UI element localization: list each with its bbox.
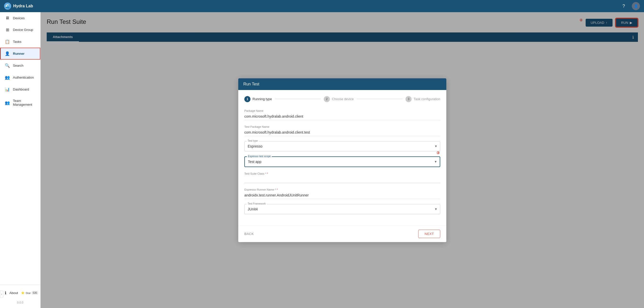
sidebar-item-devices[interactable]: 🖥 Devices [0,12,40,24]
dialog-header: Run Test [238,78,446,90]
step-1-circle: 1 [244,96,250,102]
sidebar-version: 0.0.0 [0,299,40,306]
test-framework-label: Test Framework [247,202,267,205]
sidebar-item-search[interactable]: 🔍 Search [0,60,40,71]
package-name-value: com.microsoft.hydralab.android.client [244,113,440,120]
star-icon: ⭐ [21,291,25,295]
dashboard-icon: 📊 [5,87,10,92]
espresso-scope-select-wrapper[interactable]: Espresso test scope Test app ▼ ③ [244,156,440,167]
device-group-icon: ⊞ [5,27,10,32]
sidebar-bottom: ℹ About ⭐ Star 535 0.0.0 [0,285,40,308]
test-package-name-label: Test Package Name [244,125,440,128]
test-type-field: Test type Espresso ▼ [244,141,440,151]
step-3-circle: 3 [405,96,412,102]
stepper: 1 Running type 2 Choose device [244,96,440,102]
espresso-runner-label: Espresso Runner Name * [244,188,440,191]
sidebar-item-label: Runner [13,52,25,56]
espresso-runner-field: Espresso Runner Name * androidx.test.run… [244,188,440,199]
back-button[interactable]: BACK [244,232,254,236]
sidebar-item-label: About [9,291,18,295]
espresso-scope-arrow: ▼ [434,160,437,164]
package-name-label: Package Name [244,109,440,112]
step-2: 2 Choose device [324,96,354,102]
test-suite-class-field: Test Suite Class * [244,172,440,183]
sidebar-item-about[interactable]: ℹ About ⭐ Star 535 [0,287,40,299]
step-2-label: Choose device [332,97,354,101]
step-3-label: Task configuration [414,97,440,101]
sidebar-item-label: Devices [13,16,25,20]
sidebar-item-tasks[interactable]: 📋 Tasks [0,36,40,48]
step-line-2 [357,99,402,99]
step-3-num: 3 [408,97,410,101]
sidebar-item-label: Team Management [13,99,36,106]
step-1-label: Running type [252,97,272,101]
test-framework-arrow: ▼ [434,207,437,211]
sidebar-collapse-button[interactable]: ‹ [0,291,3,298]
modal-overlay: Run Test 1 Running type 2 [41,12,644,308]
next-button[interactable]: NEXT [418,230,440,238]
annotation-3: ③ [436,151,440,155]
espresso-scope-value: Test app [248,160,261,164]
sidebar-item-runner[interactable]: 👤 Runner [0,48,40,60]
test-framework-field: Test Framework JUnit4 ▼ [244,204,440,214]
sidebar-item-authentication[interactable]: 👥 Authentication [0,71,40,83]
sidebar-item-label: Search [13,64,23,67]
authentication-icon: 👥 [5,75,10,80]
step-1-num: 1 [247,97,248,101]
sidebar-item-device-group[interactable]: ⊞ Device Group [0,24,40,36]
main-content: Run Test Suite ② UPLOAD ↑ RUN ▶ Attachme… [41,12,644,308]
star-label: Star [26,292,31,295]
runner-icon: 👤 [5,51,10,56]
step-3: 3 Task configuration [405,96,440,102]
sidebar-item-label: Device Group [13,28,33,32]
step-2-num: 2 [326,97,328,101]
tasks-icon: 📋 [5,39,10,44]
sidebar-item-team-management[interactable]: 👥 Team Management [0,95,40,110]
brand-icon: 🌊 [4,3,11,10]
test-package-name-value: com.microsoft.hydralab.android.client.te… [244,129,440,136]
sidebar: 🖥 Devices ⊞ Device Group 📋 Tasks 👤 Runne… [0,12,41,308]
test-framework-value: JUnit4 [248,207,258,211]
test-package-name-field: Test Package Name com.microsoft.hydralab… [244,125,440,136]
sidebar-item-dashboard[interactable]: 📊 Dashboard [0,83,40,95]
navbar: 🌊 Hydra Lab ? 👤 [0,0,644,12]
espresso-scope-field: Espresso test scope Test app ▼ ③ [244,156,440,167]
test-suite-class-input[interactable] [244,176,440,183]
sidebar-item-label: Authentication [13,76,34,79]
brand-name: Hydra Lab [13,4,33,8]
test-framework-select-wrapper[interactable]: Test Framework JUnit4 ▼ [244,204,440,214]
step-line-1 [275,99,321,99]
about-icon: ℹ [5,291,6,295]
avatar[interactable]: 👤 [632,2,640,10]
navbar-right: ? 👤 [620,2,640,10]
dialog: Run Test 1 Running type 2 [238,78,446,242]
test-type-value: Espresso [248,144,262,148]
dialog-body: 1 Running type 2 Choose device [238,90,446,225]
step-1: 1 Running type [244,96,272,102]
github-star: ⭐ Star 535 [21,291,38,295]
brand: 🌊 Hydra Lab [4,3,33,10]
devices-icon: 🖥 [5,16,10,20]
star-count: 535 [32,291,38,295]
dialog-title: Run Test [243,82,259,86]
sidebar-item-label: Dashboard [13,87,29,91]
test-type-label: Test type [247,139,259,142]
test-suite-class-label: Test Suite Class * [244,172,440,175]
team-management-icon: 👥 [5,100,10,105]
search-icon: 🔍 [5,63,10,68]
help-button[interactable]: ? [620,2,628,10]
test-type-select-wrapper[interactable]: Test type Espresso ▼ [244,141,440,151]
test-type-arrow: ▼ [434,144,437,148]
package-name-field: Package Name com.microsoft.hydralab.andr… [244,109,440,120]
sidebar-item-label: Tasks [13,40,21,44]
espresso-scope-label: Espresso test scope [247,155,272,158]
dialog-footer: BACK NEXT [238,225,446,242]
step-2-circle: 2 [324,96,330,102]
espresso-runner-value: androidx.test.runner.AndroidJUnitRunner [244,192,440,199]
